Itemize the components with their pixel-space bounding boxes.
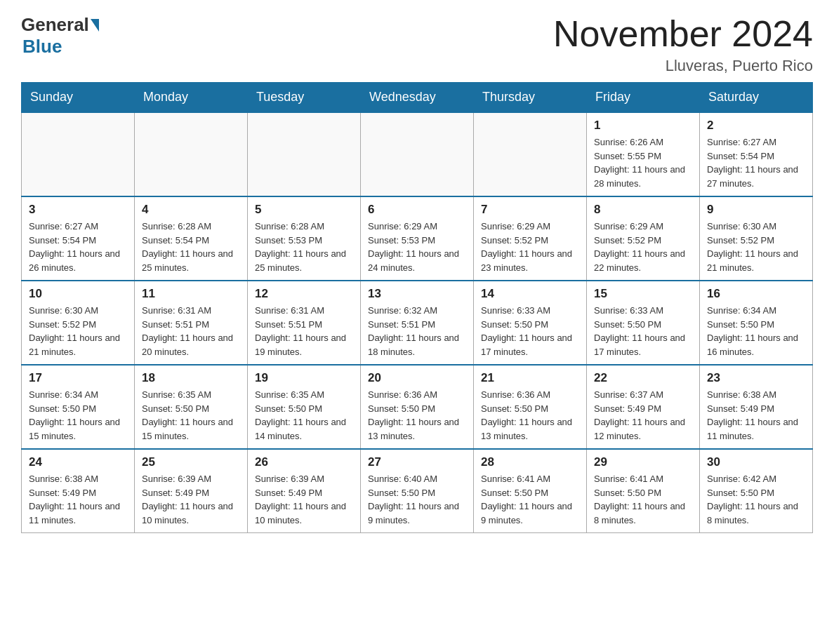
day-number: 23 <box>707 371 805 385</box>
day-info: Sunrise: 6:38 AM Sunset: 5:49 PM Dayligh… <box>707 388 805 443</box>
day-number: 7 <box>481 203 579 217</box>
day-number: 26 <box>255 455 353 469</box>
calendar-header-saturday: Saturday <box>700 83 813 113</box>
day-info: Sunrise: 6:31 AM Sunset: 5:51 PM Dayligh… <box>255 304 353 358</box>
day-info: Sunrise: 6:30 AM Sunset: 5:52 PM Dayligh… <box>707 220 805 274</box>
day-number: 14 <box>481 287 579 301</box>
title-block: November 2024 Lluveras, Puerto Rico <box>553 14 813 75</box>
day-number: 2 <box>707 119 805 133</box>
day-info: Sunrise: 6:33 AM Sunset: 5:50 PM Dayligh… <box>594 304 692 358</box>
calendar-cell: 11Sunrise: 6:31 AM Sunset: 5:51 PM Dayli… <box>135 281 248 365</box>
day-number: 22 <box>594 371 692 385</box>
day-info: Sunrise: 6:35 AM Sunset: 5:50 PM Dayligh… <box>142 388 240 443</box>
calendar-cell: 7Sunrise: 6:29 AM Sunset: 5:52 PM Daylig… <box>474 196 587 281</box>
calendar-cell: 23Sunrise: 6:38 AM Sunset: 5:49 PM Dayli… <box>700 365 813 449</box>
calendar-header-thursday: Thursday <box>474 83 587 113</box>
day-number: 29 <box>594 455 692 469</box>
calendar-table: SundayMondayTuesdayWednesdayThursdayFrid… <box>21 82 813 533</box>
calendar-header-wednesday: Wednesday <box>361 83 474 113</box>
calendar-week-row: 24Sunrise: 6:38 AM Sunset: 5:49 PM Dayli… <box>22 449 813 533</box>
calendar-cell: 6Sunrise: 6:29 AM Sunset: 5:53 PM Daylig… <box>361 196 474 281</box>
day-number: 10 <box>29 287 127 301</box>
calendar-cell: 30Sunrise: 6:42 AM Sunset: 5:50 PM Dayli… <box>700 449 813 533</box>
day-number: 1 <box>594 119 692 133</box>
calendar-cell: 9Sunrise: 6:30 AM Sunset: 5:52 PM Daylig… <box>700 196 813 281</box>
page-header: General Blue November 2024 Lluveras, Pue… <box>21 14 813 75</box>
logo-arrow-icon <box>91 19 99 32</box>
day-info: Sunrise: 6:30 AM Sunset: 5:52 PM Dayligh… <box>29 304 127 358</box>
day-info: Sunrise: 6:37 AM Sunset: 5:49 PM Dayligh… <box>594 388 692 443</box>
calendar-cell: 16Sunrise: 6:34 AM Sunset: 5:50 PM Dayli… <box>700 281 813 365</box>
day-info: Sunrise: 6:35 AM Sunset: 5:50 PM Dayligh… <box>255 388 353 443</box>
day-info: Sunrise: 6:27 AM Sunset: 5:54 PM Dayligh… <box>29 220 127 274</box>
calendar-header-sunday: Sunday <box>22 83 135 113</box>
day-info: Sunrise: 6:33 AM Sunset: 5:50 PM Dayligh… <box>481 304 579 358</box>
location-title: Lluveras, Puerto Rico <box>553 57 813 75</box>
calendar-cell: 8Sunrise: 6:29 AM Sunset: 5:52 PM Daylig… <box>587 196 700 281</box>
day-info: Sunrise: 6:36 AM Sunset: 5:50 PM Dayligh… <box>481 388 579 443</box>
calendar-week-row: 17Sunrise: 6:34 AM Sunset: 5:50 PM Dayli… <box>22 365 813 449</box>
calendar-cell <box>22 112 135 196</box>
calendar-cell: 20Sunrise: 6:36 AM Sunset: 5:50 PM Dayli… <box>361 365 474 449</box>
calendar-cell: 24Sunrise: 6:38 AM Sunset: 5:49 PM Dayli… <box>22 449 135 533</box>
logo-blue-text: Blue <box>22 36 62 58</box>
calendar-cell: 25Sunrise: 6:39 AM Sunset: 5:49 PM Dayli… <box>135 449 248 533</box>
calendar-cell: 21Sunrise: 6:36 AM Sunset: 5:50 PM Dayli… <box>474 365 587 449</box>
day-info: Sunrise: 6:26 AM Sunset: 5:55 PM Dayligh… <box>594 135 692 190</box>
day-info: Sunrise: 6:27 AM Sunset: 5:54 PM Dayligh… <box>707 135 805 190</box>
calendar-cell: 27Sunrise: 6:40 AM Sunset: 5:50 PM Dayli… <box>361 449 474 533</box>
calendar-cell: 1Sunrise: 6:26 AM Sunset: 5:55 PM Daylig… <box>587 112 700 196</box>
day-info: Sunrise: 6:41 AM Sunset: 5:50 PM Dayligh… <box>594 472 692 527</box>
day-info: Sunrise: 6:39 AM Sunset: 5:49 PM Dayligh… <box>255 472 353 527</box>
calendar-cell <box>474 112 587 196</box>
day-info: Sunrise: 6:34 AM Sunset: 5:50 PM Dayligh… <box>707 304 805 358</box>
calendar-week-row: 1Sunrise: 6:26 AM Sunset: 5:55 PM Daylig… <box>22 112 813 196</box>
calendar-cell: 4Sunrise: 6:28 AM Sunset: 5:54 PM Daylig… <box>135 196 248 281</box>
day-info: Sunrise: 6:31 AM Sunset: 5:51 PM Dayligh… <box>142 304 240 358</box>
day-info: Sunrise: 6:38 AM Sunset: 5:49 PM Dayligh… <box>29 472 127 527</box>
calendar-cell: 5Sunrise: 6:28 AM Sunset: 5:53 PM Daylig… <box>248 196 361 281</box>
calendar-cell: 14Sunrise: 6:33 AM Sunset: 5:50 PM Dayli… <box>474 281 587 365</box>
calendar-cell: 15Sunrise: 6:33 AM Sunset: 5:50 PM Dayli… <box>587 281 700 365</box>
calendar-header-friday: Friday <box>587 83 700 113</box>
day-info: Sunrise: 6:39 AM Sunset: 5:49 PM Dayligh… <box>142 472 240 527</box>
day-number: 11 <box>142 287 240 301</box>
day-number: 13 <box>368 287 466 301</box>
calendar-cell: 22Sunrise: 6:37 AM Sunset: 5:49 PM Dayli… <box>587 365 700 449</box>
day-number: 19 <box>255 371 353 385</box>
calendar-cell: 28Sunrise: 6:41 AM Sunset: 5:50 PM Dayli… <box>474 449 587 533</box>
month-title: November 2024 <box>553 14 813 54</box>
calendar-header-monday: Monday <box>135 83 248 113</box>
day-number: 4 <box>142 203 240 217</box>
day-number: 6 <box>368 203 466 217</box>
day-info: Sunrise: 6:29 AM Sunset: 5:52 PM Dayligh… <box>594 220 692 274</box>
day-number: 20 <box>368 371 466 385</box>
calendar-cell: 17Sunrise: 6:34 AM Sunset: 5:50 PM Dayli… <box>22 365 135 449</box>
calendar-header-tuesday: Tuesday <box>248 83 361 113</box>
calendar-cell: 3Sunrise: 6:27 AM Sunset: 5:54 PM Daylig… <box>22 196 135 281</box>
day-info: Sunrise: 6:41 AM Sunset: 5:50 PM Dayligh… <box>481 472 579 527</box>
calendar-week-row: 10Sunrise: 6:30 AM Sunset: 5:52 PM Dayli… <box>22 281 813 365</box>
calendar-cell: 29Sunrise: 6:41 AM Sunset: 5:50 PM Dayli… <box>587 449 700 533</box>
day-number: 17 <box>29 371 127 385</box>
day-info: Sunrise: 6:40 AM Sunset: 5:50 PM Dayligh… <box>368 472 466 527</box>
day-number: 12 <box>255 287 353 301</box>
day-number: 5 <box>255 203 353 217</box>
day-number: 9 <box>707 203 805 217</box>
day-number: 3 <box>29 203 127 217</box>
day-number: 25 <box>142 455 240 469</box>
day-number: 15 <box>594 287 692 301</box>
day-number: 28 <box>481 455 579 469</box>
logo: General Blue <box>21 14 100 58</box>
day-number: 27 <box>368 455 466 469</box>
day-info: Sunrise: 6:36 AM Sunset: 5:50 PM Dayligh… <box>368 388 466 443</box>
calendar-cell: 13Sunrise: 6:32 AM Sunset: 5:51 PM Dayli… <box>361 281 474 365</box>
day-number: 8 <box>594 203 692 217</box>
calendar-cell: 18Sunrise: 6:35 AM Sunset: 5:50 PM Dayli… <box>135 365 248 449</box>
day-info: Sunrise: 6:28 AM Sunset: 5:53 PM Dayligh… <box>255 220 353 274</box>
day-info: Sunrise: 6:28 AM Sunset: 5:54 PM Dayligh… <box>142 220 240 274</box>
calendar-cell <box>135 112 248 196</box>
day-info: Sunrise: 6:42 AM Sunset: 5:50 PM Dayligh… <box>707 472 805 527</box>
day-info: Sunrise: 6:29 AM Sunset: 5:53 PM Dayligh… <box>368 220 466 274</box>
day-number: 24 <box>29 455 127 469</box>
